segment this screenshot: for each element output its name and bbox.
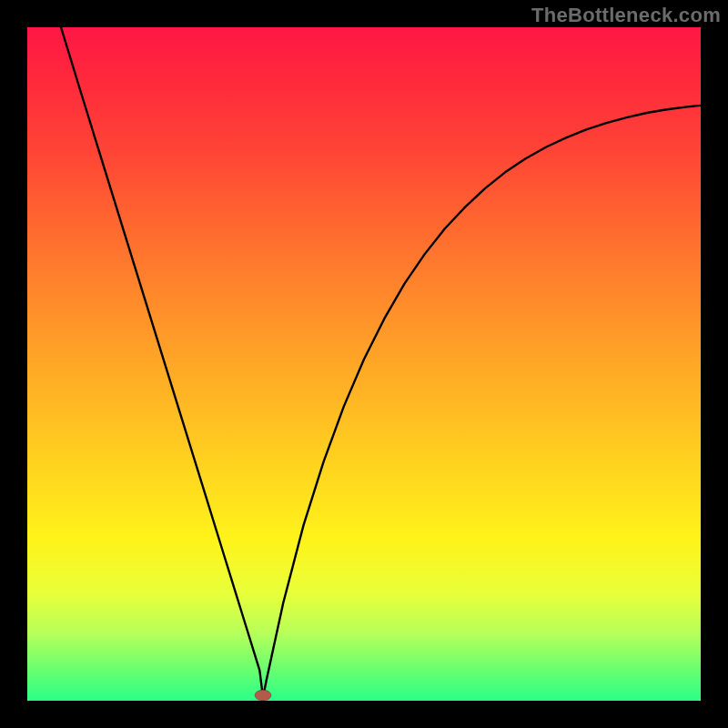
plot-area bbox=[27, 27, 701, 701]
watermark-text: TheBottleneck.com bbox=[531, 4, 721, 27]
curve-layer bbox=[27, 27, 701, 701]
bottleneck-curve bbox=[61, 27, 701, 697]
chart-frame: TheBottleneck.com bbox=[0, 0, 728, 728]
minimum-marker bbox=[255, 690, 271, 701]
